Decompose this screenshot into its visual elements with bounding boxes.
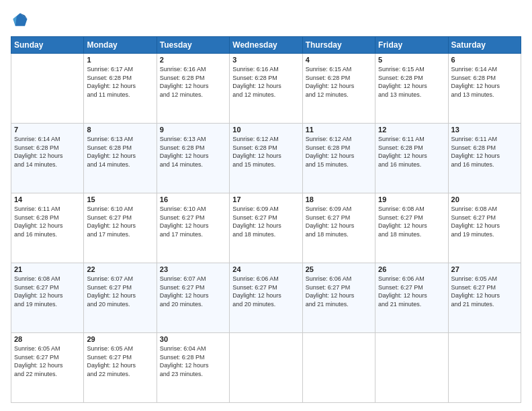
calendar-cell: 19Sunrise: 6:08 AM Sunset: 6:27 PM Dayli… xyxy=(375,193,448,263)
calendar-cell: 23Sunrise: 6:07 AM Sunset: 6:27 PM Dayli… xyxy=(157,263,229,333)
calendar-cell: 16Sunrise: 6:10 AM Sunset: 6:27 PM Dayli… xyxy=(157,193,229,263)
day-number: 11 xyxy=(306,126,372,134)
page: SundayMondayTuesdayWednesdayThursdayFrid… xyxy=(0,0,532,411)
day-number: 22 xyxy=(87,265,153,273)
calendar-header-tuesday: Tuesday xyxy=(157,37,229,54)
day-detail: Sunrise: 6:13 AM Sunset: 6:28 PM Dayligh… xyxy=(160,135,226,169)
calendar-cell xyxy=(448,333,521,403)
calendar-header-row: SundayMondayTuesdayWednesdayThursdayFrid… xyxy=(11,37,521,54)
calendar-header-thursday: Thursday xyxy=(302,37,375,54)
day-detail: Sunrise: 6:09 AM Sunset: 6:27 PM Dayligh… xyxy=(306,205,372,238)
day-detail: Sunrise: 6:10 AM Sunset: 6:27 PM Dayligh… xyxy=(160,205,226,238)
day-number: 10 xyxy=(232,126,299,134)
calendar-table: SundayMondayTuesdayWednesdayThursdayFrid… xyxy=(11,36,521,403)
calendar-cell xyxy=(230,333,302,403)
calendar-cell: 15Sunrise: 6:10 AM Sunset: 6:27 PM Dayli… xyxy=(84,193,157,263)
day-detail: Sunrise: 6:08 AM Sunset: 6:27 PM Dayligh… xyxy=(14,275,81,308)
day-detail: Sunrise: 6:11 AM Sunset: 6:28 PM Dayligh… xyxy=(378,135,445,169)
day-detail: Sunrise: 6:05 AM Sunset: 6:27 PM Dayligh… xyxy=(87,345,153,378)
header xyxy=(11,11,521,30)
day-detail: Sunrise: 6:06 AM Sunset: 6:27 PM Dayligh… xyxy=(232,275,299,308)
calendar-cell: 17Sunrise: 6:09 AM Sunset: 6:27 PM Dayli… xyxy=(230,193,302,263)
calendar-week-4: 21Sunrise: 6:08 AM Sunset: 6:27 PM Dayli… xyxy=(11,263,521,333)
calendar-cell: 8Sunrise: 6:13 AM Sunset: 6:28 PM Daylig… xyxy=(84,124,157,193)
day-number: 13 xyxy=(451,126,518,134)
calendar-cell: 30Sunrise: 6:04 AM Sunset: 6:28 PM Dayli… xyxy=(157,333,229,403)
calendar-cell: 25Sunrise: 6:06 AM Sunset: 6:27 PM Dayli… xyxy=(302,263,375,333)
day-detail: Sunrise: 6:15 AM Sunset: 6:28 PM Dayligh… xyxy=(306,65,372,99)
calendar-cell: 2Sunrise: 6:16 AM Sunset: 6:28 PM Daylig… xyxy=(157,54,229,124)
calendar-cell: 20Sunrise: 6:08 AM Sunset: 6:27 PM Dayli… xyxy=(448,193,521,263)
calendar-cell: 6Sunrise: 6:14 AM Sunset: 6:28 PM Daylig… xyxy=(448,54,521,124)
day-number: 29 xyxy=(87,335,153,343)
calendar-cell xyxy=(375,333,448,403)
logo xyxy=(11,11,32,30)
calendar-cell: 13Sunrise: 6:11 AM Sunset: 6:28 PM Dayli… xyxy=(448,124,521,193)
day-detail: Sunrise: 6:10 AM Sunset: 6:27 PM Dayligh… xyxy=(87,205,153,238)
day-number: 18 xyxy=(306,195,372,203)
day-detail: Sunrise: 6:05 AM Sunset: 6:27 PM Dayligh… xyxy=(451,275,518,308)
calendar-cell: 22Sunrise: 6:07 AM Sunset: 6:27 PM Dayli… xyxy=(84,263,157,333)
day-detail: Sunrise: 6:09 AM Sunset: 6:27 PM Dayligh… xyxy=(232,205,299,238)
calendar-cell: 27Sunrise: 6:05 AM Sunset: 6:27 PM Dayli… xyxy=(448,263,521,333)
calendar-cell: 12Sunrise: 6:11 AM Sunset: 6:28 PM Dayli… xyxy=(375,124,448,193)
calendar-header-monday: Monday xyxy=(84,37,157,54)
day-detail: Sunrise: 6:12 AM Sunset: 6:28 PM Dayligh… xyxy=(232,135,299,169)
day-number: 12 xyxy=(378,126,445,134)
calendar-week-2: 7Sunrise: 6:14 AM Sunset: 6:28 PM Daylig… xyxy=(11,124,521,193)
calendar-cell: 10Sunrise: 6:12 AM Sunset: 6:28 PM Dayli… xyxy=(230,124,302,193)
day-number: 1 xyxy=(87,56,153,64)
day-detail: Sunrise: 6:14 AM Sunset: 6:28 PM Dayligh… xyxy=(451,65,518,99)
day-detail: Sunrise: 6:14 AM Sunset: 6:28 PM Dayligh… xyxy=(14,135,81,169)
calendar-cell: 3Sunrise: 6:16 AM Sunset: 6:28 PM Daylig… xyxy=(230,54,302,124)
day-number: 8 xyxy=(87,126,153,134)
day-detail: Sunrise: 6:15 AM Sunset: 6:28 PM Dayligh… xyxy=(378,65,445,99)
day-number: 17 xyxy=(232,195,299,203)
day-detail: Sunrise: 6:05 AM Sunset: 6:27 PM Dayligh… xyxy=(14,345,81,378)
calendar-cell: 14Sunrise: 6:11 AM Sunset: 6:28 PM Dayli… xyxy=(11,193,84,263)
calendar-cell: 11Sunrise: 6:12 AM Sunset: 6:28 PM Dayli… xyxy=(302,124,375,193)
calendar-header-sunday: Sunday xyxy=(11,37,84,54)
day-number: 27 xyxy=(451,265,518,273)
day-number: 23 xyxy=(160,265,226,273)
calendar-cell: 21Sunrise: 6:08 AM Sunset: 6:27 PM Dayli… xyxy=(11,263,84,333)
calendar-header-saturday: Saturday xyxy=(448,37,521,54)
day-detail: Sunrise: 6:04 AM Sunset: 6:28 PM Dayligh… xyxy=(160,345,226,378)
day-detail: Sunrise: 6:16 AM Sunset: 6:28 PM Dayligh… xyxy=(232,65,299,99)
day-detail: Sunrise: 6:17 AM Sunset: 6:28 PM Dayligh… xyxy=(87,65,153,99)
calendar-cell: 29Sunrise: 6:05 AM Sunset: 6:27 PM Dayli… xyxy=(84,333,157,403)
day-detail: Sunrise: 6:11 AM Sunset: 6:28 PM Dayligh… xyxy=(451,135,518,169)
day-detail: Sunrise: 6:11 AM Sunset: 6:28 PM Dayligh… xyxy=(14,205,81,238)
day-number: 7 xyxy=(14,126,81,134)
calendar-header-friday: Friday xyxy=(375,37,448,54)
day-detail: Sunrise: 6:08 AM Sunset: 6:27 PM Dayligh… xyxy=(451,205,518,238)
calendar-cell: 7Sunrise: 6:14 AM Sunset: 6:28 PM Daylig… xyxy=(11,124,84,193)
calendar-cell: 24Sunrise: 6:06 AM Sunset: 6:27 PM Dayli… xyxy=(230,263,302,333)
day-number: 30 xyxy=(160,335,226,343)
day-number: 5 xyxy=(378,56,445,64)
day-detail: Sunrise: 6:07 AM Sunset: 6:27 PM Dayligh… xyxy=(87,275,153,308)
calendar-cell xyxy=(11,54,84,124)
calendar-cell: 26Sunrise: 6:06 AM Sunset: 6:27 PM Dayli… xyxy=(375,263,448,333)
calendar-cell: 9Sunrise: 6:13 AM Sunset: 6:28 PM Daylig… xyxy=(157,124,229,193)
day-detail: Sunrise: 6:07 AM Sunset: 6:27 PM Dayligh… xyxy=(160,275,226,308)
calendar-cell: 1Sunrise: 6:17 AM Sunset: 6:28 PM Daylig… xyxy=(84,54,157,124)
day-number: 28 xyxy=(14,335,81,343)
day-detail: Sunrise: 6:13 AM Sunset: 6:28 PM Dayligh… xyxy=(87,135,153,169)
calendar-week-5: 28Sunrise: 6:05 AM Sunset: 6:27 PM Dayli… xyxy=(11,333,521,403)
day-number: 24 xyxy=(232,265,299,273)
day-number: 3 xyxy=(232,56,299,64)
day-number: 26 xyxy=(378,265,445,273)
day-detail: Sunrise: 6:06 AM Sunset: 6:27 PM Dayligh… xyxy=(378,275,445,308)
calendar-week-3: 14Sunrise: 6:11 AM Sunset: 6:28 PM Dayli… xyxy=(11,193,521,263)
day-number: 21 xyxy=(14,265,81,273)
day-number: 25 xyxy=(306,265,372,273)
calendar-cell: 4Sunrise: 6:15 AM Sunset: 6:28 PM Daylig… xyxy=(302,54,375,124)
calendar-header-wednesday: Wednesday xyxy=(230,37,302,54)
logo-icon xyxy=(11,11,30,30)
day-detail: Sunrise: 6:08 AM Sunset: 6:27 PM Dayligh… xyxy=(378,205,445,238)
day-detail: Sunrise: 6:12 AM Sunset: 6:28 PM Dayligh… xyxy=(306,135,372,169)
calendar-cell xyxy=(302,333,375,403)
day-detail: Sunrise: 6:06 AM Sunset: 6:27 PM Dayligh… xyxy=(306,275,372,308)
day-number: 16 xyxy=(160,195,226,203)
